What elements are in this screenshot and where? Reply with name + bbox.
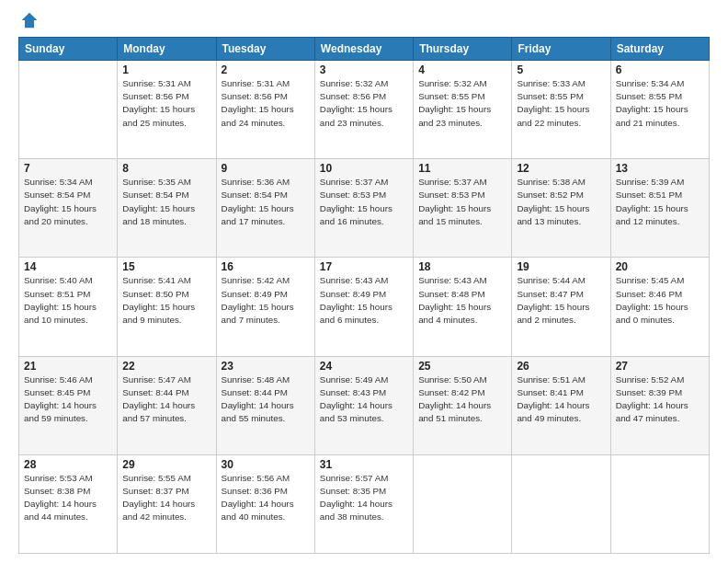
calendar-week-row: 21Sunrise: 5:46 AMSunset: 8:45 PMDayligh… — [19, 356, 710, 454]
day-number: 21 — [24, 360, 112, 373]
day-detail: Sunrise: 5:33 AMSunset: 8:55 PMDaylight:… — [517, 77, 605, 130]
day-detail: Sunrise: 5:43 AMSunset: 8:49 PMDaylight:… — [320, 274, 408, 327]
day-detail: Sunrise: 5:39 AMSunset: 8:51 PMDaylight:… — [616, 176, 704, 228]
day-detail: Sunrise: 5:45 AMSunset: 8:46 PMDaylight:… — [616, 274, 704, 327]
calendar-cell: 17Sunrise: 5:43 AMSunset: 8:49 PMDayligh… — [314, 258, 413, 356]
day-detail: Sunrise: 5:37 AMSunset: 8:53 PMDaylight:… — [320, 176, 408, 228]
calendar-cell: 26Sunrise: 5:51 AMSunset: 8:41 PMDayligh… — [512, 356, 610, 454]
logo — [18, 15, 39, 29]
calendar-cell: 16Sunrise: 5:42 AMSunset: 8:49 PMDayligh… — [216, 258, 314, 356]
day-number: 6 — [616, 63, 704, 76]
calendar-cell — [512, 454, 610, 553]
calendar-cell — [610, 454, 709, 553]
weekday-header: Sunday — [19, 38, 118, 61]
calendar-cell: 6Sunrise: 5:34 AMSunset: 8:55 PMDaylight… — [610, 61, 709, 159]
day-number: 26 — [517, 360, 605, 373]
day-detail: Sunrise: 5:36 AMSunset: 8:54 PMDaylight:… — [222, 176, 310, 228]
day-number: 24 — [320, 360, 408, 373]
day-detail: Sunrise: 5:35 AMSunset: 8:54 PMDaylight:… — [122, 176, 210, 228]
calendar-cell: 14Sunrise: 5:40 AMSunset: 8:51 PMDayligh… — [19, 258, 118, 356]
day-detail: Sunrise: 5:34 AMSunset: 8:55 PMDaylight:… — [616, 77, 704, 130]
calendar-cell: 31Sunrise: 5:57 AMSunset: 8:35 PMDayligh… — [314, 454, 413, 553]
calendar-cell: 3Sunrise: 5:32 AMSunset: 8:56 PMDaylight… — [314, 61, 413, 159]
day-number: 19 — [517, 260, 605, 273]
weekday-header: Thursday — [414, 38, 512, 61]
weekday-header: Friday — [512, 38, 610, 61]
day-detail: Sunrise: 5:41 AMSunset: 8:50 PMDaylight:… — [122, 274, 210, 327]
day-detail: Sunrise: 5:32 AMSunset: 8:55 PMDaylight:… — [418, 77, 506, 130]
calendar-cell: 22Sunrise: 5:47 AMSunset: 8:44 PMDayligh… — [118, 356, 216, 454]
logo-icon — [20, 11, 39, 29]
day-detail: Sunrise: 5:31 AMSunset: 8:56 PMDaylight:… — [122, 77, 210, 130]
calendar-cell: 5Sunrise: 5:33 AMSunset: 8:55 PMDaylight… — [512, 61, 610, 159]
day-detail: Sunrise: 5:43 AMSunset: 8:48 PMDaylight:… — [418, 274, 506, 327]
day-number: 20 — [616, 260, 704, 273]
calendar-week-row: 1Sunrise: 5:31 AMSunset: 8:56 PMDaylight… — [19, 61, 710, 159]
day-number: 15 — [122, 260, 210, 273]
day-detail: Sunrise: 5:46 AMSunset: 8:45 PMDaylight:… — [24, 373, 112, 426]
calendar-cell: 27Sunrise: 5:52 AMSunset: 8:39 PMDayligh… — [610, 356, 709, 454]
calendar-cell: 11Sunrise: 5:37 AMSunset: 8:53 PMDayligh… — [414, 159, 512, 258]
day-number: 7 — [24, 162, 112, 175]
calendar-cell: 10Sunrise: 5:37 AMSunset: 8:53 PMDayligh… — [314, 159, 413, 258]
day-number: 9 — [222, 162, 310, 175]
calendar-cell: 13Sunrise: 5:39 AMSunset: 8:51 PMDayligh… — [610, 159, 709, 258]
day-number: 10 — [320, 162, 408, 175]
day-detail: Sunrise: 5:44 AMSunset: 8:47 PMDaylight:… — [517, 274, 605, 327]
day-number: 29 — [122, 458, 210, 471]
calendar-cell: 25Sunrise: 5:50 AMSunset: 8:42 PMDayligh… — [414, 356, 512, 454]
calendar-cell: 20Sunrise: 5:45 AMSunset: 8:46 PMDayligh… — [610, 258, 709, 356]
calendar-cell: 30Sunrise: 5:56 AMSunset: 8:36 PMDayligh… — [216, 454, 314, 553]
day-detail: Sunrise: 5:52 AMSunset: 8:39 PMDaylight:… — [616, 373, 704, 426]
calendar-cell: 29Sunrise: 5:55 AMSunset: 8:37 PMDayligh… — [118, 454, 216, 553]
day-detail: Sunrise: 5:38 AMSunset: 8:52 PMDaylight:… — [517, 176, 605, 228]
day-detail: Sunrise: 5:34 AMSunset: 8:54 PMDaylight:… — [24, 176, 112, 228]
calendar-cell: 9Sunrise: 5:36 AMSunset: 8:54 PMDaylight… — [216, 159, 314, 258]
day-number: 25 — [418, 360, 506, 373]
calendar: SundayMondayTuesdayWednesdayThursdayFrid… — [18, 37, 710, 554]
weekday-header: Saturday — [610, 38, 709, 61]
day-detail: Sunrise: 5:56 AMSunset: 8:36 PMDaylight:… — [222, 472, 310, 524]
calendar-cell: 2Sunrise: 5:31 AMSunset: 8:56 PMDaylight… — [216, 61, 314, 159]
day-detail: Sunrise: 5:47 AMSunset: 8:44 PMDaylight:… — [122, 373, 210, 426]
day-number: 12 — [517, 162, 605, 175]
calendar-week-row: 7Sunrise: 5:34 AMSunset: 8:54 PMDaylight… — [19, 159, 710, 258]
calendar-cell: 15Sunrise: 5:41 AMSunset: 8:50 PMDayligh… — [118, 258, 216, 356]
weekday-header: Tuesday — [216, 38, 314, 61]
calendar-cell — [414, 454, 512, 553]
day-detail: Sunrise: 5:49 AMSunset: 8:43 PMDaylight:… — [320, 373, 408, 426]
day-detail: Sunrise: 5:42 AMSunset: 8:49 PMDaylight:… — [222, 274, 310, 327]
calendar-cell: 19Sunrise: 5:44 AMSunset: 8:47 PMDayligh… — [512, 258, 610, 356]
calendar-body: 1Sunrise: 5:31 AMSunset: 8:56 PMDaylight… — [19, 61, 710, 554]
calendar-cell: 12Sunrise: 5:38 AMSunset: 8:52 PMDayligh… — [512, 159, 610, 258]
day-number: 3 — [320, 63, 408, 76]
day-detail: Sunrise: 5:55 AMSunset: 8:37 PMDaylight:… — [122, 472, 210, 524]
calendar-cell: 4Sunrise: 5:32 AMSunset: 8:55 PMDaylight… — [414, 61, 512, 159]
day-detail: Sunrise: 5:31 AMSunset: 8:56 PMDaylight:… — [222, 77, 310, 130]
day-number: 30 — [222, 458, 310, 471]
day-number: 16 — [222, 260, 310, 273]
day-detail: Sunrise: 5:53 AMSunset: 8:38 PMDaylight:… — [24, 472, 112, 524]
day-number: 17 — [320, 260, 408, 273]
day-detail: Sunrise: 5:51 AMSunset: 8:41 PMDaylight:… — [517, 373, 605, 426]
day-number: 8 — [122, 162, 210, 175]
day-detail: Sunrise: 5:50 AMSunset: 8:42 PMDaylight:… — [418, 373, 506, 426]
day-number: 5 — [517, 63, 605, 76]
calendar-cell: 24Sunrise: 5:49 AMSunset: 8:43 PMDayligh… — [314, 356, 413, 454]
calendar-cell: 7Sunrise: 5:34 AMSunset: 8:54 PMDaylight… — [19, 159, 118, 258]
day-detail: Sunrise: 5:40 AMSunset: 8:51 PMDaylight:… — [24, 274, 112, 327]
day-detail: Sunrise: 5:37 AMSunset: 8:53 PMDaylight:… — [418, 176, 506, 228]
calendar-cell: 23Sunrise: 5:48 AMSunset: 8:44 PMDayligh… — [216, 356, 314, 454]
calendar-cell: 28Sunrise: 5:53 AMSunset: 8:38 PMDayligh… — [19, 454, 118, 553]
page: SundayMondayTuesdayWednesdayThursdayFrid… — [0, 0, 728, 563]
day-number: 1 — [122, 63, 210, 76]
weekday-header: Monday — [118, 38, 216, 61]
calendar-cell — [19, 61, 118, 159]
calendar-cell: 21Sunrise: 5:46 AMSunset: 8:45 PMDayligh… — [19, 356, 118, 454]
weekday-header: Wednesday — [314, 38, 413, 61]
day-number: 4 — [418, 63, 506, 76]
day-number: 11 — [418, 162, 506, 175]
day-number: 22 — [122, 360, 210, 373]
calendar-cell: 1Sunrise: 5:31 AMSunset: 8:56 PMDaylight… — [118, 61, 216, 159]
calendar-cell: 18Sunrise: 5:43 AMSunset: 8:48 PMDayligh… — [414, 258, 512, 356]
